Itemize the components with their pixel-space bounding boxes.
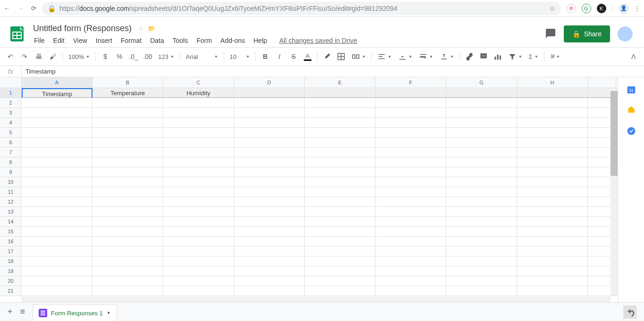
cell-E19[interactable] [305,266,376,276]
tasks-icon[interactable] [627,126,636,136]
cell-F12[interactable] [376,197,446,207]
h-align-button[interactable]: ▼ [375,52,394,61]
increase-decimal-button[interactable]: .00 [141,50,154,63]
folder-icon[interactable]: 📁 [148,25,155,32]
cell-H18[interactable] [517,256,588,266]
cell-H7[interactable] [517,148,588,157]
menu-tools[interactable]: Tools [169,35,192,46]
ext-icon-2[interactable]: G [582,4,591,13]
cell-D10[interactable] [234,177,305,187]
share-button[interactable]: 🔒 Share [564,25,610,42]
cell-A4[interactable] [22,118,92,128]
account-avatar[interactable] [618,26,633,41]
star-icon[interactable]: ☆ [549,5,555,12]
horizontal-scrollbar[interactable] [22,296,611,302]
zoom-select[interactable]: 100%▼ [66,53,92,60]
cell-H13[interactable] [517,207,588,217]
cell-C15[interactable] [163,227,234,237]
cell-E17[interactable] [305,247,376,256]
cell-C11[interactable] [163,187,234,197]
row-header-2[interactable]: 2 [0,98,22,108]
row-header-9[interactable]: 9 [0,167,22,177]
cell-G11[interactable] [446,187,517,197]
cell-B19[interactable] [92,266,163,276]
column-header-C[interactable]: C [163,77,234,88]
cell-A2[interactable] [22,98,92,108]
cell-F20[interactable] [376,276,446,286]
cell-H11[interactable] [517,187,588,197]
cell-B18[interactable] [92,256,163,266]
menu-edit[interactable]: Edit [50,35,68,46]
cell-D8[interactable] [234,157,305,167]
cell-E6[interactable] [305,138,376,148]
formula-input[interactable]: Timestamp [22,68,56,75]
cell-C5[interactable] [163,128,234,138]
cell-B6[interactable] [92,138,163,148]
cell-E11[interactable] [305,187,376,197]
cell-H16[interactable] [517,237,588,247]
cell-D17[interactable] [234,247,305,256]
all-sheets-button[interactable]: ≡ [20,307,25,317]
cell-B3[interactable] [92,108,163,118]
filter-button[interactable]: ▼ [505,52,525,61]
cell-E3[interactable] [305,108,376,118]
row-header-8[interactable]: 8 [0,157,22,167]
cell-E18[interactable] [305,256,376,266]
cell-D2[interactable] [234,98,305,108]
document-title[interactable]: Untitled form (Responses) [30,23,134,34]
cell-E1[interactable] [305,88,376,98]
row-header-6[interactable]: 6 [0,138,22,148]
cell-A13[interactable] [22,207,92,217]
sheet-tab-menu[interactable]: ▼ [107,311,111,315]
profile-icon[interactable]: 👤 [619,4,628,13]
cell-H14[interactable] [517,217,588,227]
cell-A12[interactable] [22,197,92,207]
cell-A19[interactable] [22,266,92,276]
percent-button[interactable]: % [113,50,126,63]
cell-G18[interactable] [446,256,517,266]
text-wrap-button[interactable]: ▼ [416,52,436,61]
cell-D13[interactable] [234,207,305,217]
back-button[interactable]: ← [4,5,10,12]
cell-C4[interactable] [163,118,234,128]
row-header-1[interactable]: 1 [0,88,22,98]
cell-B5[interactable] [92,128,163,138]
cell-B8[interactable] [92,157,163,167]
cell-D18[interactable] [234,256,305,266]
cell-D21[interactable] [234,286,305,296]
ext-icon-1[interactable]: ⊘ [567,4,576,13]
row-header-5[interactable]: 5 [0,128,22,138]
cell-C14[interactable] [163,217,234,227]
cell-G2[interactable] [446,98,517,108]
cell-A15[interactable] [22,227,92,237]
menu-help[interactable]: Help [250,35,271,46]
cell-C18[interactable] [163,256,234,266]
cell-E21[interactable] [305,286,376,296]
cell-G8[interactable] [446,157,517,167]
cell-B20[interactable] [92,276,163,286]
cell-E2[interactable] [305,98,376,108]
row-header-20[interactable]: 20 [0,276,22,286]
cell-G5[interactable] [446,128,517,138]
row-header-3[interactable]: 3 [0,108,22,118]
cell-H21[interactable] [517,286,588,296]
cell-H5[interactable] [517,128,588,138]
cell-F11[interactable] [376,187,446,197]
cell-D1[interactable] [234,88,305,98]
menu-data[interactable]: Data [146,35,168,46]
star-icon[interactable]: ☆ [138,25,144,32]
cell-D16[interactable] [234,237,305,247]
ext-icon-3[interactable]: K [597,4,606,13]
cell-G20[interactable] [446,276,517,286]
menu-insert[interactable]: Insert [92,35,116,46]
cell-D4[interactable] [234,118,305,128]
cell-A10[interactable] [22,177,92,187]
column-header-D[interactable]: D [234,77,305,88]
address-bar[interactable]: 🔒 https://docs.google.com/spreadsheets/d… [42,2,561,15]
cell-F5[interactable] [376,128,446,138]
cell-E15[interactable] [305,227,376,237]
v-align-button[interactable]: ▼ [395,52,415,61]
cell-B9[interactable] [92,167,163,177]
cell-F6[interactable] [376,138,446,148]
cell-C12[interactable] [163,197,234,207]
